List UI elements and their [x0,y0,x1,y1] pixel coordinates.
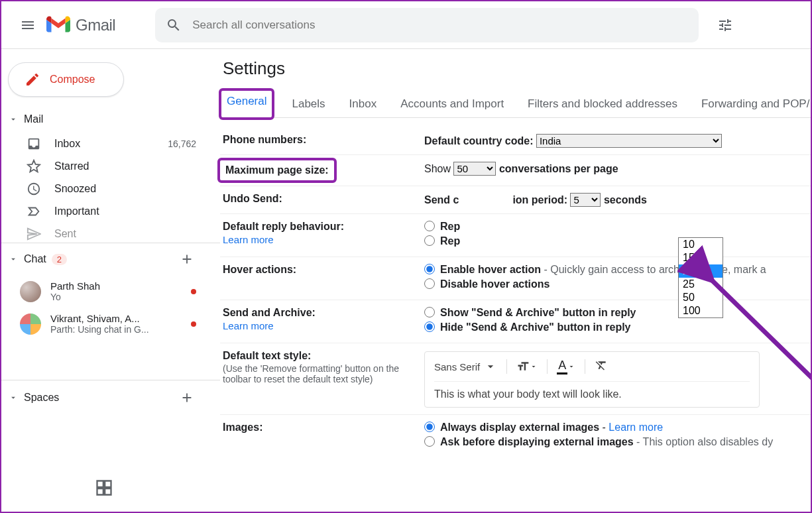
tab-accounts[interactable]: Accounts and Import [398,91,506,117]
inbox-icon [27,137,41,151]
search-options-button[interactable] [709,9,741,41]
unread-dot-icon [191,289,196,294]
tune-icon [717,17,733,33]
main-menu-button[interactable] [12,9,44,41]
tab-general[interactable]: General [219,88,274,120]
row-label: Phone numbers: [223,134,424,148]
clear-formatting-button[interactable] [595,359,608,374]
images-ask-option[interactable]: Ask before displaying external images - … [424,436,808,448]
plus-icon [180,390,194,405]
dropdown-option[interactable]: 100 [679,304,723,317]
nav-starred[interactable]: Starred [1,155,207,178]
nav-snoozed[interactable]: Snoozed [1,178,207,200]
tab-inbox[interactable]: Inbox [347,91,380,117]
chat-section-label: Chat [24,253,46,265]
chat-unread-badge: 2 [52,254,67,265]
dropdown-option[interactable]: 15 [679,251,723,264]
gmail-logo-icon [46,16,70,34]
nav-label: Important [54,205,99,217]
dropdown-option-highlighted[interactable]: 20 [679,264,723,278]
chat-name: Vikrant, Shivam, A... [50,313,186,324]
tab-labels[interactable]: Labels [289,91,327,117]
search-input[interactable] [192,19,688,32]
tab-filters[interactable]: Filters and blocked addresses [525,91,680,117]
nav-sent[interactable]: Sent [1,223,207,241]
row-label: Send and Archive: [223,307,316,318]
nav-inbox[interactable]: Inbox 16,762 [1,133,207,155]
dropdown-option[interactable]: 50 [679,291,723,304]
undo-suffix: seconds [604,194,647,205]
mail-section-label: Mail [24,113,43,125]
settings-tabs: General Labels Inbox Accounts and Import… [220,91,811,118]
chevron-down-icon [567,360,575,373]
row-images: Images: Always display external images -… [220,415,811,457]
reply-option-2[interactable]: Rep [424,235,808,247]
send-icon [27,227,41,241]
undo-prefix: Send c [424,194,459,205]
dropdown-option[interactable]: 10 [679,238,723,251]
nav-important[interactable]: Important [1,200,207,223]
unread-dot-icon [191,321,196,327]
chat-item[interactable]: Parth Shah Yo [1,275,207,308]
star-icon [27,159,41,174]
text-size-button[interactable] [516,360,538,373]
compose-button[interactable]: Compose [8,62,124,97]
nav-label: Inbox [54,138,80,150]
page-size-dropdown-list[interactable]: 10 15 20 25 50 100 [678,237,723,318]
row-undo-send: Undo Send: Send c ion period: 5 seconds [220,186,811,214]
compose-label: Compose [50,74,95,86]
page-size-select[interactable]: 50 [453,162,496,176]
grid-icon [95,479,113,497]
hamburger-icon [20,17,36,33]
page-size-suffix: conversations per page [499,163,618,174]
learn-more-link[interactable]: Learn more [609,422,663,433]
learn-more-link[interactable]: Learn more [223,320,424,331]
spaces-section-label: Spaces [24,392,59,404]
chat-item[interactable]: Vikrant, Shivam, A... Parth: Using chat … [1,308,207,340]
gmail-logo[interactable]: Gmail [46,16,115,34]
text-preview: This is what your body text will look li… [434,388,750,400]
archive-hide-option[interactable]: Hide "Send & Archive" button in reply [424,321,808,333]
row-page-size: Maximum page size: Show 50 conversations… [220,155,811,186]
chevron-down-icon [530,360,538,373]
chat-name: Parth Shah [50,280,186,292]
hover-enable-option[interactable]: Enable hover action - Quickly gain acces… [424,264,808,276]
new-space-button[interactable] [178,388,196,407]
tab-forwarding[interactable]: Forwarding and POP/ [699,91,811,117]
search-icon [166,17,182,33]
font-select[interactable]: Sans Serif [434,360,497,373]
page-title: Settings [223,58,811,79]
text-style-preview: Sans Serif A This is what your body text… [424,351,760,408]
chat-section-header[interactable]: Chat 2 [1,243,207,275]
dropdown-option[interactable]: 25 [679,278,723,291]
undo-mid: ion period: [512,194,567,205]
country-code-select[interactable]: India [536,134,722,148]
undo-period-select[interactable]: 5 [570,193,601,207]
page-size-label-highlight: Maximum page size: [217,158,337,183]
important-icon [27,204,41,219]
learn-more-link[interactable]: Learn more [223,234,424,245]
text-color-button[interactable]: A [557,359,575,374]
row-label: Images: [223,422,424,451]
row-label: Default text style: [223,350,311,361]
new-chat-button[interactable] [178,250,196,268]
archive-show-option[interactable]: Show "Send & Archive" button in reply [424,307,808,319]
clock-icon [27,182,41,196]
text-style-hint: (Use the 'Remove formatting' button on t… [223,363,415,384]
mail-section-header[interactable]: Mail [1,110,207,133]
chevron-down-icon [484,360,497,373]
search-bar[interactable] [155,8,699,42]
reply-option-1[interactable]: Rep [424,221,808,233]
images-always-option[interactable]: Always display external images - Learn m… [424,422,808,433]
row-label: Default reply behaviour: [223,221,344,232]
row-label: Hover actions: [223,264,424,293]
hover-disable-option[interactable]: Disable hover actions [424,278,808,290]
page-size-prefix: Show [424,163,451,174]
app-name: Gmail [76,16,115,34]
sidebar-footer [1,472,207,512]
text-size-icon [516,360,530,373]
apps-grid-button[interactable] [95,479,113,500]
spaces-section-header[interactable]: Spaces [1,380,207,414]
sidebar: Compose Mail Inbox 16,762 Starred Snooze… [1,49,207,512]
nav-label: Starred [54,160,89,172]
